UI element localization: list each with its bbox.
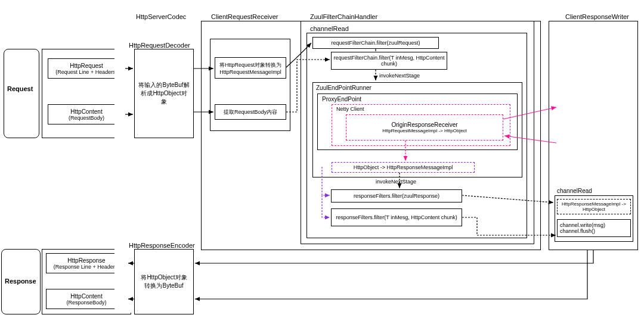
encoder-box: 将HttpObject对象转换为ByteBuf [134, 249, 194, 314]
resp-filter1: responseFilters.filter(zuulResponse) [331, 189, 462, 202]
req-filter1-text: requestFilterChain.filter(zuulRequest) [331, 40, 420, 46]
encoder-desc: 将HttpObject对象转换为ByteBuf [136, 271, 192, 292]
http-content-req-title: HttpContent [70, 108, 102, 115]
writer-conv: HttpResponseMessageImpl -> HttpObject [557, 199, 631, 214]
resp-filter1-text: responseFilters.filter(zuulResponse) [354, 193, 439, 199]
req-filter1: requestFilterChain.filter(zuulRequest) [312, 37, 439, 49]
writer-ops: channel.write(msg) channel.flush() [557, 219, 631, 237]
receiver-step1: 将HttpRequest对象转换为HttpRequestMessageImpl [215, 57, 286, 79]
resp-filter2-text: responseFilters.filter(T inMesg, HttpCon… [336, 214, 457, 220]
runner-label: ZuulEndPointRunner [316, 85, 371, 91]
conv-text: HttpObject -> HttpResponseMessageImpl [354, 164, 453, 170]
decoder-desc: 将输入的ByteBuf解析成HttpObject对象 [136, 79, 192, 108]
http-content-resp-title: HttpContent [70, 293, 102, 300]
codec-title: HttpServerCodec [136, 13, 186, 20]
request-label: Request [7, 85, 33, 92]
writer-channelread: channelRead [557, 188, 592, 194]
http-request-box: HttpRequest (Request Line + Headers) [48, 58, 125, 79]
http-content-resp-sub: (ResponseBody) [66, 300, 106, 306]
req-filter2: requestFilterChain.filter(T inMesg, Http… [331, 52, 447, 70]
response-label: Response [5, 278, 36, 285]
writer-write: channel.write(msg) [560, 222, 605, 228]
receiver-step2-text: 提取RequestBody内容 [224, 108, 277, 116]
resp-filter2: responseFilters.filter(T inMesg, HttpCon… [331, 208, 462, 226]
request-outer [4, 49, 39, 138]
http-request-sub: (Request Line + Headers) [55, 69, 117, 75]
origin-sub: HttpRequestMessageImpl -> HttpObject [382, 128, 467, 133]
http-response-title: HttpResponse [67, 257, 105, 264]
receiver-title: ClientRequestReceiver [211, 13, 278, 20]
proxy-label: ProxyEndPoint [322, 96, 361, 102]
receiver-step2: 提取RequestBody内容 [215, 104, 286, 120]
http-content-req-sub: (RequestBody) [69, 115, 104, 121]
receiver-step1-text: 将HttpRequest对象转换为HttpRequestMessageImpl [216, 61, 284, 75]
decoder-title: HttpRequestDecoder [129, 42, 190, 49]
origin-title: OriginResponseReceiver [391, 122, 457, 128]
netty-label: Netty Client [336, 106, 364, 112]
origin-box: OriginResponseReceiver HttpRequestMessag… [346, 114, 503, 141]
invoke2: invokeNextStage [376, 179, 416, 185]
chain-channelread: channelRead [310, 25, 349, 32]
http-content-req-box: HttpContent (RequestBody) [48, 104, 125, 124]
encoder-title: HttpResponseEncoder [129, 242, 195, 249]
invoke1: invokeNextStage [379, 73, 420, 79]
req-filter2-text: requestFilterChain.filter(T inMesg, Http… [333, 55, 445, 67]
conv-box: HttpObject -> HttpResponseMessageImpl [332, 162, 475, 173]
writer-flush: channel.flush() [560, 228, 595, 234]
writer-title: ClientResponseWriter [565, 13, 629, 20]
decoder-box: 将输入的ByteBuf解析成HttpObject对象 [134, 49, 194, 138]
http-request-title: HttpRequest [70, 63, 103, 69]
chain-title: ZuulFilterChainHandler [310, 13, 377, 20]
writer-conv-text: HttpResponseMessageImpl -> HttpObject [559, 201, 629, 212]
http-response-sub: (Response Line + Headers) [54, 264, 119, 270]
